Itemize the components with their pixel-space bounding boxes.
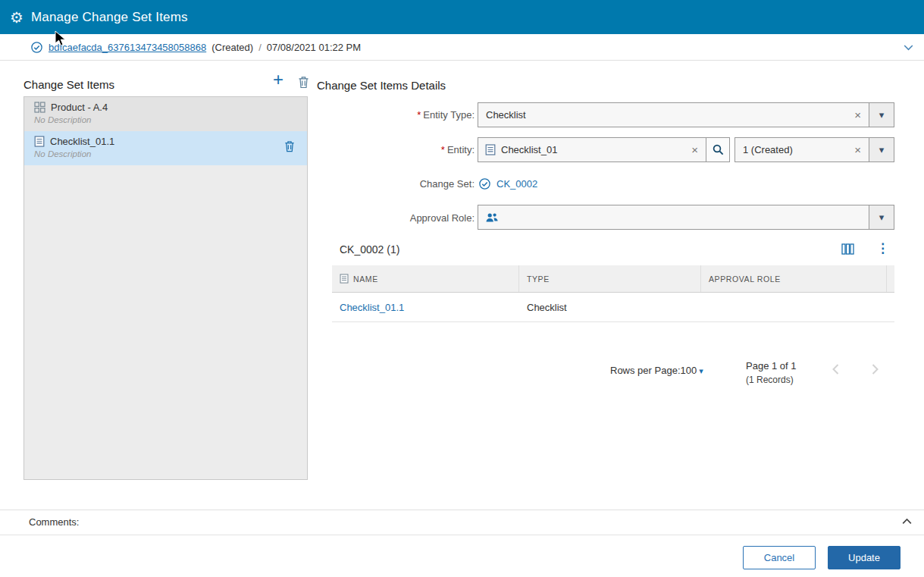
page-info: Page 1 of 1 [746,360,797,372]
comments-label: Comments: [29,516,79,528]
entity-type-dropdown-button[interactable]: ▾ [869,102,894,127]
change-set-link[interactable]: CK_0002 [496,178,537,190]
title-bar: ⚙ Manage Change Set Items [0,0,924,34]
people-icon [485,212,499,223]
product-icon [34,102,45,113]
entity-type-label: *Entity Type: [330,109,475,121]
entity-revision-value: 1 (Created) [735,144,847,155]
entity-label: *Entity: [330,144,475,155]
required-marker: * [417,109,421,121]
table-menu-kebab-icon[interactable]: ⋮ [876,241,889,256]
breadcrumb-changeset-link[interactable]: bdfcaefacda_637613473458058868 [49,42,206,53]
table-header-row: NAME TYPE APPROVAL ROLE [332,265,894,293]
column-header-type[interactable]: TYPE [519,265,701,292]
breadcrumb-status: (Created) [211,42,253,53]
page-title: Manage Change Set Items [31,10,188,25]
checklist-icon [485,144,496,155]
checklist-icon [34,136,45,147]
rows-per-page-dropdown[interactable]: Rows per Page:100▾ [610,365,703,376]
search-icon [712,143,725,156]
entity-type-clear-icon[interactable]: × [847,108,869,121]
cell-type: Checklist [519,302,701,313]
chevron-down-icon: ▾ [879,145,885,155]
table-row[interactable]: Checklist_01.1 Checklist [332,293,894,322]
chevron-down-icon: ▾ [879,110,885,120]
entity-combobox[interactable]: Checklist_01 × [478,137,706,162]
add-item-plus-icon[interactable]: + [273,71,283,89]
entity-revision-clear-icon[interactable]: × [847,143,869,156]
list-item-name: Product - A.4 [51,102,108,113]
entity-type-value: Checklist [478,109,847,121]
footer-bar: Cancel Update [0,535,924,577]
approval-role-dropdown-button[interactable]: ▾ [869,205,894,230]
next-page-chevron-right-icon[interactable] [867,362,882,380]
delete-item-trash-icon[interactable] [298,76,309,92]
breadcrumb: bdfcaefacda_637613473458058868 (Created)… [0,34,924,61]
chevron-down-icon: ▾ [699,366,703,375]
list-item-checklist[interactable]: Checklist_01.1 No Description [24,131,307,165]
column-header-approval-role[interactable]: APPROVAL ROLE [701,265,887,292]
entity-value: Checklist_01 [496,144,684,155]
changeset-check-icon [30,41,43,54]
breadcrumb-timestamp: 07/08/2021 01:22 PM [267,42,361,53]
column-chooser-icon[interactable] [841,243,854,259]
column-header-name[interactable]: NAME [332,265,519,292]
list-item-description: No Description [34,115,299,124]
checklist-icon [340,274,349,284]
cell-name: Checklist_01.1 [332,302,519,313]
entity-type-combobox[interactable]: Checklist × [478,102,869,127]
previous-page-chevron-left-icon[interactable] [828,362,844,380]
list-item-name: Checklist_01.1 [50,136,114,147]
change-set-label: Change Set: [330,178,475,190]
change-set-value: CK_0002 [478,177,537,190]
change-set-items-table: NAME TYPE APPROVAL ROLE Checklist_01.1 C… [332,265,894,322]
approval-role-combobox[interactable] [478,205,869,230]
update-button[interactable]: Update [828,546,901,569]
changeset-check-icon [478,177,491,190]
table-section-title: CK_0002 (1) [340,243,399,256]
cancel-button[interactable]: Cancel [743,546,816,569]
entity-search-button[interactable] [706,137,730,162]
approval-role-label: Approval Role: [330,212,475,224]
entity-revision-dropdown-button[interactable]: ▾ [869,137,894,162]
change-set-items-list: Product - A.4 No Description Checklist_0… [23,96,308,480]
breadcrumb-collapse-chevron-down-icon[interactable] [902,41,915,56]
comments-section [0,510,924,535]
chevron-down-icon: ▾ [879,212,885,222]
list-item-description: No Description [34,149,299,158]
entity-clear-icon[interactable]: × [684,143,706,156]
remove-selected-item-trash-icon[interactable] [284,140,295,155]
change-set-items-panel-title: Change Set Items [23,78,114,91]
manage-change-set-items-dialog: ⚙ Manage Change Set Items bdfcaefacda_63… [0,0,924,577]
manage-gear-icon: ⚙ [10,10,23,25]
details-panel-title: Change Set Items Details [317,79,446,92]
row-name-link[interactable]: Checklist_01.1 [340,302,404,313]
required-marker: * [441,144,445,155]
entity-revision-combobox[interactable]: 1 (Created) × [735,137,869,162]
list-item-product[interactable]: Product - A.4 No Description [24,97,307,131]
breadcrumb-separator: / [258,42,262,53]
comments-collapse-chevron-up-icon[interactable] [901,515,913,531]
records-info: (1 Records) [746,375,794,385]
